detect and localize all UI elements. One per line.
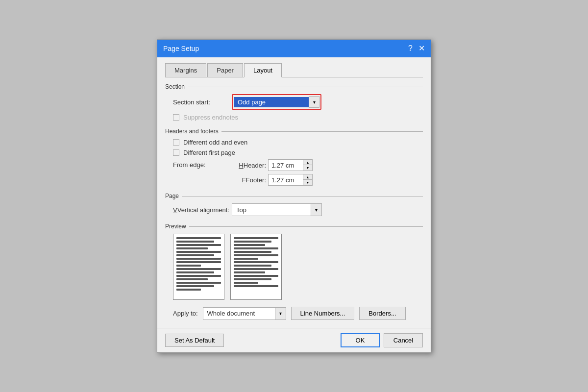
header-label: HHeader:	[232, 162, 266, 169]
preview-label: Preview	[165, 223, 423, 230]
header-spinner-group: HHeader: 1.27 cm ▲ ▼	[232, 159, 313, 171]
footer-decrement[interactable]: ▼	[303, 180, 312, 185]
apply-to-dropdown[interactable]: Whole document ▾	[203, 307, 286, 320]
preview-line	[234, 241, 271, 243]
preview-line	[234, 275, 278, 277]
different-first-page-row: Different first page	[165, 149, 423, 156]
preview-page-2	[230, 234, 282, 300]
header-decrement[interactable]: ▼	[303, 165, 312, 171]
section-start-dropdown[interactable]: Odd page ▾	[234, 96, 319, 108]
footer-input[interactable]: 1.27 cm ▲ ▼	[268, 174, 313, 186]
preview-line	[176, 254, 214, 256]
page-setup-dialog: Page Setup ? ✕ Margins Paper Layout Sect…	[157, 39, 431, 353]
preview-line	[234, 271, 265, 273]
section-start-value: Odd page	[234, 97, 309, 107]
borders-button[interactable]: Borders...	[359, 307, 405, 320]
from-edge-inputs: HHeader: 1.27 cm ▲ ▼ FFoo	[232, 159, 313, 186]
vertical-alignment-row: VVertical alignment: Top ▾	[165, 203, 423, 216]
suppress-endnotes-row: Suppress endnotes	[165, 114, 423, 121]
section-start-dropdown-highlight: Odd page ▾	[232, 94, 321, 110]
header-input[interactable]: 1.27 cm ▲ ▼	[268, 159, 313, 171]
help-button[interactable]: ?	[408, 45, 413, 52]
ok-button[interactable]: OK	[341, 333, 380, 347]
preview-section: Preview	[165, 223, 423, 320]
preview-line	[234, 285, 278, 287]
preview-line	[176, 261, 221, 263]
from-edge-row: From edge: HHeader: 1.27 cm ▲ ▼	[165, 159, 423, 186]
preview-line	[176, 237, 221, 239]
different-first-page-checkbox[interactable]	[173, 149, 179, 156]
preview-line	[234, 268, 278, 270]
preview-pages	[165, 234, 423, 300]
preview-line	[234, 247, 278, 249]
preview-line	[176, 265, 201, 267]
vertical-alignment-arrow[interactable]: ▾	[311, 204, 321, 216]
preview-line	[234, 282, 258, 284]
cancel-button[interactable]: Cancel	[384, 333, 423, 347]
preview-line	[176, 289, 201, 291]
apply-to-arrow[interactable]: ▾	[275, 308, 286, 319]
preview-line	[176, 275, 221, 277]
from-edge-label: From edge:	[173, 159, 232, 169]
tab-margins[interactable]: Margins	[165, 63, 206, 77]
tab-paper[interactable]: Paper	[207, 63, 243, 77]
preview-line	[176, 244, 221, 246]
suppress-endnotes-checkbox[interactable]	[173, 114, 179, 121]
preview-line	[234, 278, 271, 280]
headers-footers-label: Headers and footers	[165, 128, 423, 135]
preview-line	[234, 265, 271, 267]
headers-footers-group: Headers and footers Different odd and ev…	[165, 128, 423, 186]
preview-page-1	[173, 234, 224, 300]
page-group-label: Page	[165, 193, 423, 199]
vertical-alignment-label: VVertical alignment:	[173, 206, 232, 214]
tab-layout[interactable]: Layout	[244, 63, 282, 77]
preview-line	[234, 244, 265, 246]
vertical-alignment-value: Top	[232, 205, 311, 215]
apply-to-row: Apply to: Whole document ▾ Line Numbers.…	[165, 307, 423, 320]
preview-line	[176, 268, 221, 270]
set-as-default-button[interactable]: Set As Default	[165, 334, 224, 347]
footer-increment[interactable]: ▲	[303, 174, 312, 180]
preview-line	[176, 241, 214, 243]
apply-to-value: Whole document	[203, 308, 275, 318]
different-odd-even-label: Different odd and even	[183, 139, 247, 146]
section-start-row: Section start: Odd page ▾	[165, 94, 423, 110]
section-start-label: Section start:	[173, 98, 232, 106]
footer-spinner-arrows: ▲ ▼	[303, 174, 312, 185]
close-button[interactable]: ✕	[418, 45, 425, 52]
preview-line	[176, 251, 221, 253]
header-spinner-arrows: ▲ ▼	[303, 160, 312, 171]
bottom-right-buttons: OK Cancel	[341, 333, 423, 347]
preview-line	[176, 271, 214, 273]
bottom-bar: Set As Default OK Cancel	[157, 328, 431, 352]
preview-line	[234, 237, 278, 239]
suppress-endnotes-label: Suppress endnotes	[183, 114, 238, 121]
dialog-content: Margins Paper Layout Section Section sta…	[157, 57, 431, 328]
footer-label: FFooter:	[232, 176, 266, 184]
preview-line	[234, 258, 258, 260]
header-increment[interactable]: ▲	[303, 160, 312, 165]
preview-line	[176, 247, 208, 249]
preview-line	[234, 254, 278, 256]
dialog-title: Page Setup	[163, 45, 199, 52]
tabs-bar: Margins Paper Layout	[165, 63, 423, 77]
different-odd-even-checkbox[interactable]	[173, 139, 179, 146]
section-group-label: Section	[165, 83, 423, 90]
section-start-arrow[interactable]: ▾	[309, 96, 319, 108]
apply-to-label: Apply to:	[173, 310, 198, 317]
preview-line	[176, 278, 208, 280]
title-bar: Page Setup ? ✕	[157, 40, 431, 57]
line-numbers-button[interactable]: Line Numbers...	[291, 307, 355, 320]
section-group: Section Section start: Odd page ▾ Suppre…	[165, 83, 423, 121]
preview-line	[176, 282, 221, 284]
footer-value: 1.27 cm	[269, 175, 303, 185]
title-bar-controls: ? ✕	[408, 45, 425, 52]
preview-line	[234, 251, 271, 253]
preview-line	[176, 285, 214, 287]
vertical-alignment-dropdown[interactable]: Top ▾	[232, 203, 322, 216]
page-group: Page VVertical alignment: Top ▾	[165, 193, 423, 216]
preview-line	[234, 261, 278, 263]
different-first-page-label: Different first page	[183, 149, 235, 156]
footer-spinner-group: FFooter: 1.27 cm ▲ ▼	[232, 174, 313, 186]
preview-line	[176, 258, 221, 260]
